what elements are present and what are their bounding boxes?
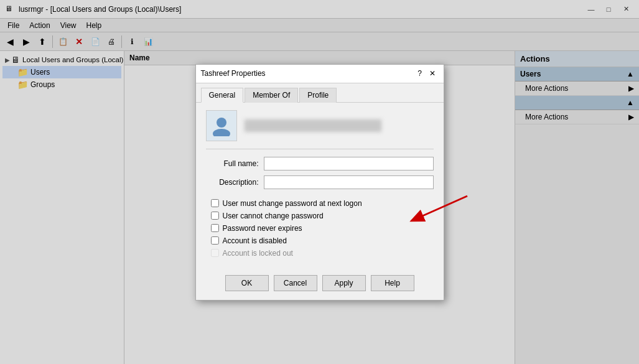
checkbox-never-expires-label: Password never expires	[223, 224, 302, 233]
checkbox-account-locked-label: Account is locked out	[223, 249, 293, 258]
ok-button[interactable]: OK	[225, 275, 269, 291]
checkbox-cannot-change-label: User cannot change password	[223, 212, 324, 220]
user-avatar-icon	[211, 115, 232, 136]
description-label: Description:	[206, 178, 259, 187]
checkbox-row-cannot-change: User cannot change password	[206, 212, 434, 220]
cancel-button[interactable]: Cancel	[274, 275, 317, 291]
help-button[interactable]: Help	[371, 275, 414, 291]
dialog-help-button[interactable]: ?	[414, 68, 426, 79]
description-input[interactable]	[264, 175, 434, 189]
svg-point-0	[217, 118, 226, 128]
dialog-title-text: Tashreef Properties	[201, 69, 414, 78]
apply-button[interactable]: Apply	[322, 275, 366, 291]
tab-profile[interactable]: Profile	[299, 88, 337, 103]
user-avatar-row	[206, 110, 434, 149]
dialog-tabs: General Member Of Profile	[196, 83, 444, 103]
checkbox-row-never-expires: Password never expires	[206, 224, 434, 233]
checkbox-never-expires[interactable]	[211, 224, 219, 232]
username-display	[245, 119, 381, 132]
checkbox-account-locked	[211, 249, 219, 257]
dialog-body: Full name: Description: User must change…	[196, 103, 444, 269]
dialog-footer: OK Cancel Apply Help	[196, 269, 444, 300]
dialog-close-button[interactable]: ✕	[426, 68, 439, 79]
tab-member-of[interactable]: Member Of	[245, 88, 298, 103]
checkbox-must-change[interactable]	[211, 199, 219, 207]
description-row: Description:	[206, 175, 434, 189]
svg-point-1	[213, 129, 230, 136]
checkbox-row-must-change: User must change password at next logon	[206, 199, 434, 208]
dialog-title-bar: Tashreef Properties ? ✕	[196, 65, 444, 83]
fullname-row: Full name:	[206, 157, 434, 170]
avatar	[206, 110, 237, 141]
checkbox-account-disabled[interactable]	[211, 236, 219, 245]
checkbox-must-change-label: User must change password at next logon	[223, 199, 362, 208]
checkbox-account-disabled-label: Account is disabled	[223, 236, 287, 245]
fullname-label: Full name:	[206, 159, 259, 168]
fullname-input[interactable]	[264, 157, 434, 170]
modal-overlay: Tashreef Properties ? ✕ General Member O…	[0, 0, 639, 364]
properties-dialog: Tashreef Properties ? ✕ General Member O…	[195, 64, 444, 301]
checkbox-row-disabled: Account is disabled	[206, 236, 434, 245]
checkbox-row-locked: Account is locked out	[206, 249, 434, 258]
checkbox-cannot-change[interactable]	[211, 212, 219, 220]
tab-general[interactable]: General	[201, 88, 244, 103]
